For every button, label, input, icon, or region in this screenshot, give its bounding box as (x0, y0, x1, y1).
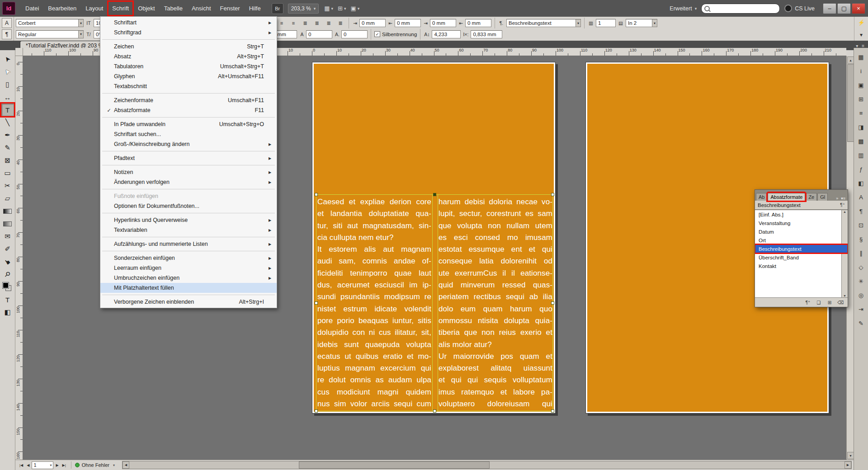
menu-item[interactable]: Groß-/Kleinschreibung ändern (100, 139, 277, 149)
pathfinder-panel-icon[interactable]: ◇ (855, 262, 867, 273)
links-panel-icon[interactable]: ⊞ (855, 94, 867, 105)
menu-item[interactable]: Zeichenformate Umschalt+F11 (100, 95, 277, 105)
menu-item[interactable]: Absatz Alt+Strg+T (100, 52, 277, 61)
menubar-item[interactable]: Ansicht (187, 1, 216, 16)
menu-item[interactable]: In Pfade umwandeln Umschalt+Strg+O (100, 119, 277, 129)
menu-item[interactable]: Änderungen verfolgen (100, 177, 277, 187)
object-styles-panel-icon[interactable]: ◧ (855, 178, 867, 189)
gap-tool[interactable]: ↔ (1, 91, 14, 103)
menu-item[interactable] (100, 115, 277, 119)
frame-handle[interactable] (315, 193, 318, 196)
screen-mode-button[interactable]: ▣▾ (351, 5, 360, 12)
previous-page-button[interactable]: ◀ (25, 462, 31, 468)
menu-item[interactable]: Fußnote einfügen (100, 191, 277, 201)
quick-apply-icon[interactable]: ⚡ (858, 19, 865, 26)
menu-item[interactable]: Leerraum einfügen (100, 263, 277, 273)
note-tool[interactable]: ✉ (1, 230, 14, 243)
menubar-item[interactable]: Datei (21, 1, 43, 16)
menu-item[interactable] (100, 235, 277, 239)
eyedropper-tool[interactable]: ✐ (1, 243, 14, 255)
line-tool[interactable]: ╲ (1, 116, 14, 129)
panel-tab[interactable]: Absatzformate (768, 193, 805, 201)
page-1[interactable]: Caesed et expliae derion coreet landanti… (312, 62, 556, 414)
search-box[interactable] (701, 4, 780, 14)
menu-item[interactable]: Schriftart suchen... (100, 129, 277, 139)
character-formatting-icon[interactable]: A (2, 18, 12, 28)
font-style-select[interactable]: Regular (16, 30, 84, 38)
panel-tab[interactable]: Gl (817, 193, 828, 201)
hand-tool[interactable]: ☛ (1, 255, 14, 268)
gradient-feather-tool[interactable] (1, 217, 14, 230)
menu-item[interactable]: Zeichen Strg+T (100, 42, 277, 52)
align-panel-icon[interactable]: ∥ (855, 248, 867, 259)
view-mode-button[interactable]: ◧ (1, 306, 14, 319)
ruler-origin[interactable] (15, 48, 23, 56)
menu-item[interactable] (100, 38, 277, 42)
type-tool[interactable]: T (1, 103, 14, 116)
panel-menu-icon[interactable]: ▾≡ (840, 196, 847, 201)
gradient-swatch-tool[interactable] (1, 205, 14, 217)
paragraph-style-select[interactable]: Beschreibungstext (506, 19, 581, 27)
menubar-item[interactable]: Layout (81, 1, 108, 16)
free-transform-tool[interactable]: ▱ (1, 192, 14, 205)
menu-item[interactable]: Absatzformate F11 (100, 105, 277, 115)
maximize-button[interactable]: ▢ (837, 3, 851, 14)
scripts-panel-icon[interactable]: ✎ (855, 318, 867, 329)
span-columns-select[interactable]: In 2 (626, 19, 657, 27)
frame-handle[interactable] (433, 193, 436, 196)
transform-panel-icon[interactable]: ✳ (855, 276, 867, 287)
scroll-left-icon[interactable] (123, 461, 129, 469)
menu-item[interactable]: Aufzählungs- und nummerierte Listen (100, 239, 277, 249)
scissors-tool[interactable]: ✂ (1, 179, 14, 192)
menubar-item[interactable]: Schrift (108, 1, 133, 16)
menu-item[interactable]: Schriftgrad (100, 28, 277, 38)
justify-all-button[interactable]: ≣ (335, 19, 345, 28)
paragraph-formatting-icon[interactable]: ¶ (2, 29, 12, 39)
menu-item[interactable] (100, 249, 277, 253)
grid-field[interactable]: 0,833 mm (471, 30, 502, 38)
clear-overrides-button[interactable]: ¶⁺ (803, 299, 812, 306)
font-family-select[interactable]: Corbert (16, 19, 84, 27)
menu-item[interactable]: Textabschnitt (100, 81, 277, 91)
baseline-field[interactable]: 4,233 (432, 30, 461, 38)
story-panel-icon[interactable]: § (855, 234, 867, 245)
zoom-level-select[interactable]: 203,3 %▾ (288, 4, 319, 14)
menu-item[interactable]: Mit Platzhaltertext füllen (100, 283, 277, 293)
glyphs-panel-icon[interactable]: ⊡ (855, 220, 867, 231)
text-wrap-panel-icon[interactable]: ◎ (855, 290, 867, 301)
style-item[interactable]: Ort (755, 236, 848, 244)
layers-panel-icon[interactable]: ▣ (855, 80, 867, 91)
minimize-button[interactable]: – (823, 3, 836, 14)
panel-menu-icon[interactable]: ▾ (860, 32, 863, 38)
menubar-item[interactable]: Hilfe (245, 1, 265, 16)
style-item[interactable]: Überschrift_Band (755, 253, 848, 262)
frame-handle[interactable] (551, 193, 554, 196)
character-panel-icon[interactable]: A (855, 192, 867, 203)
tab-overflow-icon[interactable]: » (835, 196, 839, 201)
scroll-down-icon[interactable] (847, 452, 854, 459)
effects-panel-icon[interactable]: ƒ (855, 164, 867, 175)
frame-handle[interactable] (315, 301, 318, 305)
justify-right-button[interactable]: ≣ (324, 19, 334, 28)
style-item[interactable]: Veranstaltung (755, 219, 848, 227)
preflight-status[interactable]: Ohne Fehler (75, 462, 115, 468)
panel-tab[interactable]: Ab (756, 193, 767, 201)
new-style-group-button[interactable]: ❑ (814, 299, 823, 306)
style-item[interactable]: [Einf. Abs.] (755, 210, 848, 219)
menu-item[interactable]: Umbruchzeichen einfügen (100, 273, 277, 283)
selection-tool[interactable]: ➤ (1, 53, 14, 66)
direct-selection-tool[interactable]: ➤ (1, 66, 14, 78)
frame-handle[interactable] (315, 409, 318, 413)
page-tool[interactable]: ▯ (1, 78, 14, 91)
bridge-button[interactable]: Br (272, 3, 283, 14)
fill-stroke-swatch[interactable] (1, 281, 14, 293)
scroll-right-icon[interactable] (844, 461, 851, 469)
tabs-panel-icon[interactable]: ⇥ (855, 304, 867, 315)
zoom-tool[interactable]: ⚲ (1, 268, 14, 281)
text-frame[interactable]: Caesed et expliae derion coreet landanti… (316, 194, 553, 411)
frame-handle[interactable] (433, 409, 436, 413)
new-style-button[interactable]: ⊞ (825, 299, 834, 306)
panel-scrollbar[interactable] (841, 210, 848, 297)
info-panel-icon[interactable]: i (855, 66, 867, 77)
menu-item[interactable]: Textvariablen (100, 225, 277, 235)
